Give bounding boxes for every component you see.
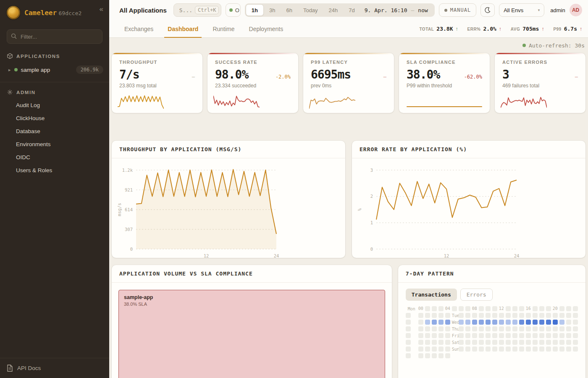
heatmap-cell[interactable] — [479, 313, 484, 318]
heatmap-cell[interactable] — [492, 320, 497, 325]
heatmap-cell[interactable] — [559, 320, 564, 325]
sidebar-item-environments[interactable]: Environments — [0, 138, 109, 151]
heatmap-cell[interactable] — [526, 333, 531, 338]
heatmap-cell[interactable] — [465, 320, 470, 325]
heatmap-cell[interactable] — [432, 320, 437, 325]
heatmap-cell[interactable] — [465, 326, 470, 331]
heatmap-cell[interactable] — [492, 346, 497, 352]
heatmap-cell[interactable] — [459, 313, 464, 318]
heatmap-cell[interactable] — [425, 326, 430, 331]
heatmap-cell[interactable] — [546, 326, 551, 331]
heatmap-cell[interactable] — [566, 320, 571, 325]
heatmap-cell[interactable] — [506, 313, 511, 318]
heatmap-cell[interactable] — [553, 326, 558, 331]
heatmap-cell[interactable] — [499, 320, 504, 325]
sidebar-item-oidc[interactable]: OIDC — [0, 151, 109, 164]
heatmap-cell[interactable] — [512, 306, 517, 311]
sidebar-item-sample-app[interactable]: ▸ sample app 206.9k — [0, 63, 109, 77]
heatmap-cell[interactable] — [512, 320, 517, 325]
heatmap-cell[interactable] — [406, 340, 411, 345]
heatmap-cell[interactable] — [445, 340, 450, 345]
heatmap-cell[interactable] — [486, 346, 491, 352]
environment-select[interactable]: All Envs ▾ — [499, 3, 544, 17]
heatmap-cell[interactable] — [459, 333, 464, 338]
heatmap-cell[interactable] — [465, 306, 470, 311]
heatmap-cell[interactable] — [533, 333, 538, 338]
heatmap-cell[interactable] — [432, 333, 437, 338]
heatmap-cell[interactable] — [533, 313, 538, 318]
heatmap-cell[interactable] — [553, 346, 558, 352]
heatmap-cell[interactable] — [459, 320, 464, 325]
manual-refresh-button[interactable]: MANUAL — [439, 3, 476, 17]
heatmap-cell[interactable] — [438, 320, 444, 325]
heatmap-cell[interactable] — [526, 340, 531, 345]
heatmap-cell[interactable] — [526, 313, 531, 318]
heatmap-cell[interactable] — [539, 333, 544, 338]
heatmap-cell[interactable] — [512, 313, 517, 318]
heatmap-cell[interactable] — [432, 353, 437, 358]
heatmap-cell[interactable] — [566, 346, 571, 352]
heatmap-cell[interactable] — [432, 313, 437, 318]
heatmap-cell[interactable] — [418, 313, 423, 318]
heatmap-cell[interactable] — [459, 306, 464, 311]
heatmap-cell[interactable] — [559, 306, 564, 311]
heatmap-cell[interactable] — [546, 333, 551, 338]
time-range-display[interactable]: 9. Apr. 16:10–now — [360, 7, 434, 13]
heatmap-cell[interactable] — [553, 313, 558, 318]
heatmap-cell[interactable] — [519, 346, 524, 352]
heatmap-cell[interactable] — [553, 333, 558, 338]
heatmap-cell[interactable] — [425, 353, 430, 358]
online-indicator[interactable]: O — [226, 3, 241, 17]
heatmap-cell[interactable] — [506, 346, 511, 352]
heatmap-cell[interactable] — [519, 333, 524, 338]
heatmap-cell[interactable] — [539, 326, 544, 331]
heatmap-cell[interactable] — [519, 326, 524, 331]
heatmap-cell[interactable] — [432, 346, 437, 352]
range-button-today[interactable]: Today — [298, 4, 323, 16]
heatmap-cell[interactable] — [559, 346, 564, 352]
heatmap-cell[interactable] — [539, 313, 544, 318]
heatmap-cell[interactable] — [418, 340, 423, 345]
heatmap-cell[interactable] — [418, 326, 423, 331]
heatmap-cell[interactable] — [406, 333, 411, 338]
heatmap-cell[interactable] — [438, 340, 444, 345]
heatmap-cell[interactable] — [499, 313, 504, 318]
heatmap-cell[interactable] — [566, 340, 571, 345]
heatmap-cell[interactable] — [492, 333, 497, 338]
heatmap-cell[interactable] — [506, 340, 511, 345]
heatmap-cell[interactable] — [539, 340, 544, 345]
heatmap-cell[interactable] — [566, 306, 571, 311]
heatmap-cell[interactable] — [573, 320, 578, 325]
heatmap-cell[interactable] — [566, 326, 571, 331]
heatmap-cell[interactable] — [573, 313, 578, 318]
heatmap-cell[interactable] — [512, 346, 517, 352]
heatmap-cell[interactable] — [406, 346, 411, 352]
heatmap-cell[interactable] — [445, 333, 450, 338]
heatmap-cell[interactable] — [539, 320, 544, 325]
heatmap-cell[interactable] — [492, 313, 497, 318]
heatmap-cell[interactable] — [425, 340, 430, 345]
heatmap-cell[interactable] — [418, 353, 423, 358]
heatmap-cell[interactable] — [472, 320, 477, 325]
heatmap-cell[interactable] — [472, 340, 477, 345]
heatmap-cell[interactable] — [499, 326, 504, 331]
heatmap-cell[interactable] — [573, 340, 578, 345]
tab-dashboard[interactable]: Dashboard — [168, 20, 198, 37]
heatmap-cell[interactable] — [566, 313, 571, 318]
heatmap-cell[interactable] — [425, 313, 430, 318]
heatmap-cell[interactable] — [573, 326, 578, 331]
heatmap-cell[interactable] — [438, 313, 444, 318]
pattern-toggle-errors[interactable]: Errors — [460, 289, 493, 301]
heatmap-cell[interactable] — [472, 346, 477, 352]
heatmap-cell[interactable] — [425, 333, 430, 338]
heatmap-cell[interactable] — [465, 313, 470, 318]
heatmap-cell[interactable] — [486, 320, 491, 325]
heatmap-cell[interactable] — [418, 333, 423, 338]
heatmap-cell[interactable] — [459, 326, 464, 331]
sidebar-item-audit-log[interactable]: Audit Log — [0, 99, 109, 112]
heatmap-cell[interactable] — [418, 320, 423, 325]
avatar[interactable]: AD — [570, 4, 582, 16]
heatmap-cell[interactable] — [459, 340, 464, 345]
heatmap-cell[interactable] — [512, 333, 517, 338]
heatmap-cell[interactable] — [492, 306, 497, 311]
